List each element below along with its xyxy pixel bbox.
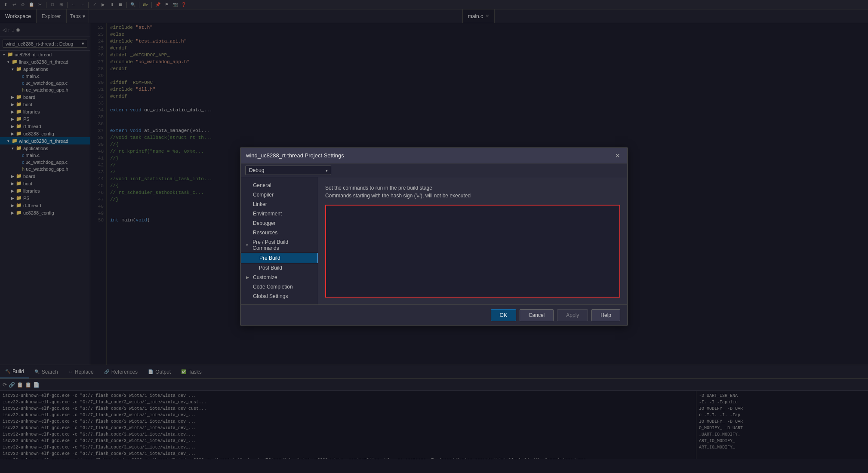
- nav-label-debugger: Debugger: [253, 220, 276, 226]
- nav-pre-build[interactable]: Pre Build: [241, 253, 318, 263]
- dialog-body: General Compiler Linker Environment Debu: [241, 177, 627, 304]
- nav-resources[interactable]: Resources: [241, 228, 318, 237]
- project-settings-dialog: wind_uc8288_rt-thread Project Settings ✕…: [240, 147, 628, 326]
- nav-label-general: General: [253, 182, 271, 188]
- dialog-content: Set the commands to run in the pre build…: [318, 177, 627, 304]
- nav-general[interactable]: General: [241, 181, 318, 190]
- nav-label-post-build: Post Build: [259, 265, 282, 271]
- nav-label-linker: Linker: [253, 201, 267, 207]
- dialog-footer: OK Cancel Apply Help: [241, 304, 627, 325]
- dialog-title-bar: wind_uc8288_rt-thread Project Settings ✕: [241, 148, 627, 163]
- cancel-button[interactable]: Cancel: [520, 309, 554, 321]
- nav-label-customize: Customize: [253, 274, 277, 280]
- nav-label-global-settings: Global Settings: [253, 293, 288, 299]
- nav-compiler[interactable]: Compiler: [241, 190, 318, 200]
- nav-label-pre-build: Pre Build: [259, 255, 280, 261]
- nav-code-completion[interactable]: Code Completion: [241, 282, 318, 292]
- command-input[interactable]: [325, 205, 620, 298]
- nav-label-pre-post: Pre / Post Build Commands: [252, 239, 313, 251]
- ok-button[interactable]: OK: [491, 309, 516, 321]
- nav-global-settings[interactable]: Global Settings: [241, 292, 318, 301]
- apply-button[interactable]: Apply: [557, 309, 588, 321]
- config-select-label: Debug: [249, 167, 264, 173]
- nav-pre-post-build[interactable]: ▾ Pre / Post Build Commands: [241, 237, 318, 253]
- nav-linker[interactable]: Linker: [241, 200, 318, 209]
- nav-environment[interactable]: Environment: [241, 209, 318, 218]
- nav-arrow-pre-post: ▾: [246, 243, 251, 247]
- dialog-nav: General Compiler Linker Environment Debu: [241, 177, 318, 304]
- dialog-desc-line2: Commands starting with the hash sign ('#…: [325, 192, 620, 200]
- dialog-description: Set the commands to run in the pre build…: [325, 184, 620, 200]
- nav-customize[interactable]: ▶ Customize: [241, 273, 318, 282]
- nav-label-compiler: Compiler: [253, 192, 274, 198]
- dialog-close-button[interactable]: ✕: [613, 151, 622, 160]
- config-select-wrapper[interactable]: Debug ▾: [245, 166, 331, 175]
- nav-label-resources: Resources: [253, 230, 277, 236]
- nav-label-environment: Environment: [253, 211, 282, 217]
- config-select[interactable]: Debug: [245, 166, 331, 175]
- dialog-config-bar: Debug ▾: [241, 163, 627, 177]
- nav-debugger[interactable]: Debugger: [241, 218, 318, 228]
- nav-arrow-customize: ▶: [246, 275, 251, 280]
- nav-post-build[interactable]: Post Build: [241, 263, 318, 273]
- dialog-title: wind_uc8288_rt-thread Project Settings: [246, 152, 344, 159]
- help-button[interactable]: Help: [591, 309, 620, 321]
- dialog-overlay: wind_uc8288_rt-thread Project Settings ✕…: [0, 0, 868, 473]
- nav-label-code-completion: Code Completion: [253, 284, 293, 290]
- dialog-desc-line1: Set the commands to run in the pre build…: [325, 184, 620, 192]
